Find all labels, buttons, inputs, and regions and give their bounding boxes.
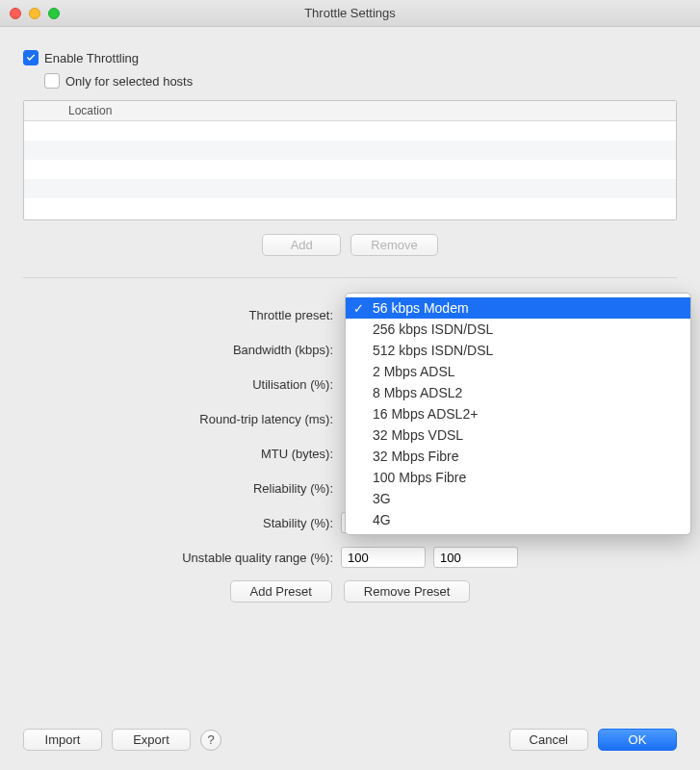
- only-selected-checkbox[interactable]: [44, 73, 60, 89]
- help-button[interactable]: ?: [200, 730, 221, 751]
- window-controls: [10, 8, 60, 19]
- stability-label: Stability (%):: [23, 516, 341, 530]
- preset-option[interactable]: 256 kbps ISDN/DSL: [346, 319, 690, 340]
- preset-option[interactable]: 3G: [346, 488, 690, 509]
- preset-option[interactable]: 8 Mbps ADSL2: [346, 382, 690, 403]
- preset-label: Throttle preset:: [23, 308, 341, 322]
- only-selected-label: Only for selected hosts: [65, 74, 193, 89]
- preset-option[interactable]: 56 kbps Modem: [346, 297, 690, 319]
- dialog-footer: Import Export ? Cancel OK: [0, 729, 700, 751]
- preset-option[interactable]: 100 Mbps Fibre: [346, 467, 690, 488]
- close-icon[interactable]: [10, 8, 21, 19]
- unstable-high-input[interactable]: [433, 547, 518, 568]
- utilisation-label: Utilisation (%):: [23, 377, 341, 392]
- reliability-label: Reliability (%):: [23, 481, 341, 496]
- window-title: Throttle Settings: [10, 6, 690, 20]
- only-selected-row: Only for selected hosts: [44, 73, 677, 89]
- hosts-table-body[interactable]: [24, 121, 676, 220]
- preset-option[interactable]: 2 Mbps ADSL: [346, 361, 690, 382]
- ok-button[interactable]: OK: [598, 729, 677, 751]
- preset-dropdown[interactable]: 56 kbps Modem256 kbps ISDN/DSL512 kbps I…: [345, 293, 691, 535]
- preset-option[interactable]: 4G: [346, 509, 690, 530]
- enable-throttling-row: Enable Throttling: [23, 50, 677, 65]
- bandwidth-label: Bandwidth (kbps):: [23, 343, 341, 357]
- remove-preset-button[interactable]: Remove Preset: [344, 580, 471, 603]
- import-button[interactable]: Import: [23, 729, 102, 751]
- unstable-label: Unstable quality range (%):: [23, 551, 341, 565]
- enable-throttling-label: Enable Throttling: [44, 51, 139, 65]
- preset-option[interactable]: 512 kbps ISDN/DSL: [346, 340, 690, 361]
- enable-throttling-checkbox[interactable]: [23, 50, 39, 65]
- throttle-form: Throttle preset: Bandwidth (kbps): Utili…: [23, 297, 677, 603]
- mtu-label: MTU (bytes):: [23, 447, 341, 461]
- hosts-table: Location: [23, 100, 677, 220]
- latency-label: Round-trip latency (ms):: [23, 412, 341, 426]
- hosts-buttons: Add Remove: [23, 234, 677, 256]
- unstable-low-input[interactable]: [341, 547, 426, 568]
- minimize-icon[interactable]: [29, 8, 40, 19]
- preset-option[interactable]: 16 Mbps ADSL2+: [346, 403, 690, 424]
- add-preset-button[interactable]: Add Preset: [230, 580, 332, 603]
- add-host-button[interactable]: Add: [262, 234, 341, 256]
- section-divider: [23, 277, 677, 278]
- preset-option[interactable]: 32 Mbps VDSL: [346, 424, 690, 446]
- hosts-table-header: Location: [24, 101, 676, 121]
- remove-host-button[interactable]: Remove: [350, 234, 437, 256]
- export-button[interactable]: Export: [112, 729, 191, 751]
- titlebar: Throttle Settings: [0, 0, 700, 27]
- preset-option[interactable]: 32 Mbps Fibre: [346, 446, 690, 467]
- cancel-button[interactable]: Cancel: [509, 729, 588, 751]
- maximize-icon[interactable]: [48, 8, 60, 19]
